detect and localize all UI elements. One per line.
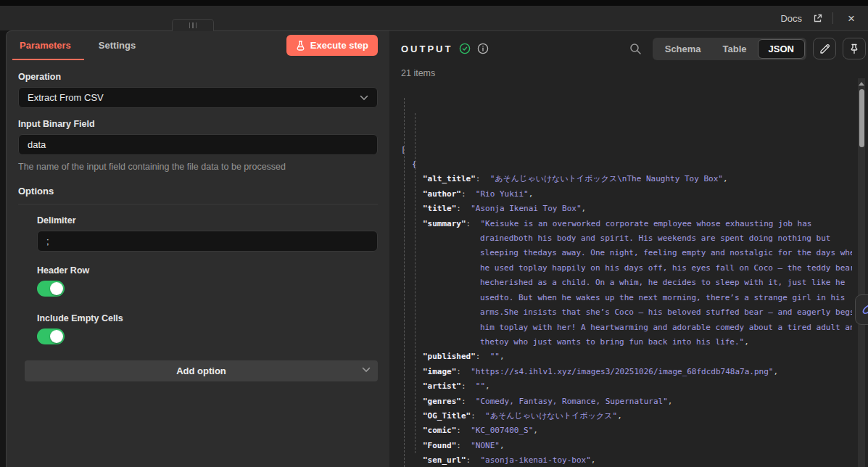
- json-line: "summary": "Keisuke is an overworked cor…: [401, 217, 852, 231]
- tab-parameters[interactable]: Parameters: [18, 31, 73, 60]
- docs-link[interactable]: Docs: [780, 13, 822, 24]
- json-line: hecherished as a child. On a whim, he de…: [401, 276, 852, 290]
- json-line: "sen_url": "asonja-ikenai-toy-box",: [401, 453, 852, 467]
- json-line: thetoy who just wants to bring fun back …: [401, 335, 852, 350]
- scrollbar-track[interactable]: [858, 78, 865, 467]
- json-view: [{"alt_title": "あそんじゃいけないトイボックス\nThe Nau…: [401, 83, 852, 467]
- operation-value: Extract From CSV: [28, 92, 104, 103]
- json-line: "image": "https://s4.ihlv1.xyz/images3/2…: [401, 365, 852, 379]
- docs-link-label: Docs: [780, 13, 802, 24]
- options-heading: Options: [18, 186, 378, 197]
- indent-guide-level2: [415, 113, 416, 453]
- input-binary-field-label: Input Binary Field: [18, 119, 378, 129]
- pencil-icon: [819, 44, 830, 54]
- tab-settings[interactable]: Settings: [97, 31, 137, 60]
- active-tab-underline: [12, 59, 84, 60]
- operation-select[interactable]: Extract From CSV: [18, 87, 378, 108]
- header-bar: Docs ×: [0, 6, 868, 30]
- options-divider: [18, 204, 378, 204]
- add-option-button[interactable]: Add option: [25, 360, 378, 381]
- delimiter-label: Delimiter: [37, 215, 378, 226]
- execute-step-button[interactable]: Execute step: [286, 35, 378, 56]
- json-line: drainedboth his body and spirit. His wee…: [401, 231, 852, 246]
- header-row-label: Header Row: [37, 265, 378, 276]
- items-count: 21 items: [389, 62, 868, 78]
- json-line: "genres": "Comedy, Fantasy, Romance, Sup…: [401, 394, 852, 409]
- edit-output-button[interactable]: [813, 38, 836, 59]
- view-mode-switcher: SchemaTableJSON: [653, 38, 806, 60]
- operation-label: Operation: [18, 72, 378, 82]
- search-icon[interactable]: [629, 43, 642, 55]
- pin-icon: [849, 44, 859, 54]
- include-empty-cells-toggle[interactable]: [37, 328, 65, 344]
- json-line: "Found": "NONE",: [401, 439, 852, 453]
- json-line: "published": "",: [401, 350, 852, 364]
- close-button[interactable]: ×: [843, 11, 859, 26]
- execute-step-label: Execute step: [310, 40, 368, 51]
- parameters-panel: ParametersSettings Execute step Operatio…: [6, 30, 389, 467]
- chevron-down-icon: [360, 95, 368, 101]
- grip-icon: [189, 22, 191, 28]
- view-tab-table[interactable]: Table: [712, 39, 758, 59]
- json-line: "artist": "",: [401, 379, 852, 394]
- external-link-icon: [813, 14, 822, 23]
- input-binary-field-input[interactable]: [18, 134, 378, 155]
- node-details-view: Docs × ParametersSettings Execute s: [0, 0, 868, 467]
- view-tab-schema[interactable]: Schema: [654, 39, 712, 59]
- scroll-up-arrow-icon[interactable]: [859, 82, 864, 86]
- json-line: [: [401, 143, 852, 157]
- assistant-curve-icon: [861, 302, 868, 318]
- options-group: Delimiter Header Row Include Empty Cells: [37, 215, 378, 344]
- indent-guide-level1: [404, 98, 405, 467]
- chevron-down-icon: [362, 367, 371, 373]
- json-line: usedto. But when he wakes up the next mo…: [401, 291, 852, 305]
- output-panel: OUTPUT SchemaTableJSON: [389, 30, 868, 467]
- json-line: "alt_title": "あそんじゃいけないトイボックス\nThe Naugh…: [401, 172, 852, 186]
- json-line: him toplay with her! A heartwarming and …: [401, 321, 852, 335]
- info-icon[interactable]: [477, 43, 489, 54]
- delimiter-input[interactable]: [37, 231, 378, 252]
- success-check-icon: [459, 43, 471, 54]
- pin-data-button[interactable]: [843, 38, 866, 59]
- top-strip: [0, 0, 868, 6]
- parameters-tabbar: ParametersSettings Execute step: [18, 31, 378, 61]
- json-line: arms.She insists that she’s Coco — his b…: [401, 305, 852, 320]
- json-line: {: [401, 157, 852, 172]
- include-empty-cells-label: Include Empty Cells: [37, 313, 378, 323]
- json-line: "OG_Title": "あそんじゃいけないトイボックス",: [401, 409, 852, 423]
- output-title: OUTPUT: [401, 44, 452, 54]
- json-line: "comic": "KC_007400_S",: [401, 423, 852, 438]
- assistant-flyout-button[interactable]: [855, 294, 868, 325]
- input-binary-field-help: The name of the input field containing t…: [18, 162, 378, 172]
- json-line: "title": "Asonja Ikenai Toy Box",: [401, 202, 852, 216]
- json-line: he used toplay happily on his days off, …: [401, 261, 852, 276]
- toggle-knob: [50, 282, 63, 295]
- output-header: OUTPUT SchemaTableJSON: [389, 31, 868, 62]
- header-divider: [832, 12, 833, 24]
- flask-icon: [296, 41, 305, 51]
- add-option-label: Add option: [176, 365, 226, 376]
- toggle-knob: [50, 330, 63, 343]
- json-line: "author": "Rio Yukii",: [401, 187, 852, 202]
- json-line: sleeping thedays away. One night, feelin…: [401, 246, 852, 260]
- header-row-toggle[interactable]: [37, 281, 65, 297]
- panel-drag-handle[interactable]: [172, 19, 214, 31]
- view-tab-json[interactable]: JSON: [758, 39, 805, 59]
- scrollbar-thumb[interactable]: [859, 89, 864, 147]
